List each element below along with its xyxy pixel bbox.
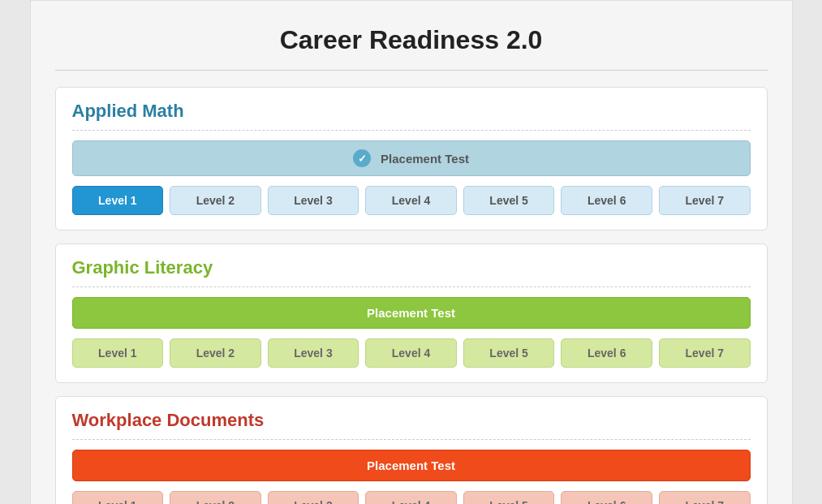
applied-level-6[interactable]: Level 6 xyxy=(561,186,652,215)
applied-math-levels: Level 1 Level 2 Level 3 Level 4 Level 5 … xyxy=(72,186,751,215)
applied-math-placement-label: Placement Test xyxy=(381,152,469,166)
applied-level-7[interactable]: Level 7 xyxy=(659,186,751,215)
applied-level-3[interactable]: Level 3 xyxy=(268,186,359,215)
graphic-level-4[interactable]: Level 4 xyxy=(365,338,457,368)
graphic-level-7[interactable]: Level 7 xyxy=(659,338,751,368)
workplace-level-5[interactable]: Level 5 xyxy=(463,491,555,504)
graphic-literacy-title: Graphic Literacy xyxy=(72,257,751,287)
workplace-docs-placement-label: Placement Test xyxy=(367,459,455,472)
graphic-level-2[interactable]: Level 2 xyxy=(170,338,261,368)
graphic-literacy-placement-label: Placement Test xyxy=(367,306,455,320)
graphic-level-3[interactable]: Level 3 xyxy=(268,338,359,368)
graphic-level-1[interactable]: Level 1 xyxy=(72,338,164,368)
page-title: Career Readiness 2.0 xyxy=(55,17,768,71)
applied-level-4[interactable]: Level 4 xyxy=(365,186,457,215)
workplace-docs-placement-test[interactable]: Placement Test xyxy=(72,450,751,481)
main-container: Career Readiness 2.0 Applied Math Placem… xyxy=(30,0,793,504)
graphic-literacy-placement-test[interactable]: Placement Test xyxy=(72,297,751,329)
placement-check-icon xyxy=(353,149,371,167)
graphic-literacy-section: Graphic Literacy Placement Test Level 1 … xyxy=(55,243,768,383)
applied-level-5[interactable]: Level 5 xyxy=(463,186,555,215)
workplace-level-4[interactable]: Level 4 xyxy=(365,491,457,504)
applied-level-1[interactable]: Level 1 xyxy=(72,186,164,215)
workplace-level-7[interactable]: Level 7 xyxy=(659,491,751,504)
workplace-documents-section: Workplace Documents Placement Test Level… xyxy=(55,396,768,504)
applied-math-section: Applied Math Placement Test Level 1 Leve… xyxy=(55,87,768,230)
workplace-level-1[interactable]: Level 1 xyxy=(72,491,164,504)
applied-math-title: Applied Math xyxy=(72,101,751,131)
applied-level-2[interactable]: Level 2 xyxy=(170,186,261,215)
workplace-level-2[interactable]: Level 2 xyxy=(170,491,261,504)
graphic-level-6[interactable]: Level 6 xyxy=(561,338,652,368)
applied-math-placement-test[interactable]: Placement Test xyxy=(72,140,751,176)
graphic-level-5[interactable]: Level 5 xyxy=(463,338,555,368)
workplace-level-6[interactable]: Level 6 xyxy=(561,491,652,504)
workplace-level-3[interactable]: Level 3 xyxy=(268,491,359,504)
workplace-documents-title: Workplace Documents xyxy=(72,410,751,440)
workplace-docs-levels: Level 1 Level 2 Level 3 Level 4 Level 5 … xyxy=(72,491,751,504)
graphic-literacy-levels: Level 1 Level 2 Level 3 Level 4 Level 5 … xyxy=(72,338,751,368)
